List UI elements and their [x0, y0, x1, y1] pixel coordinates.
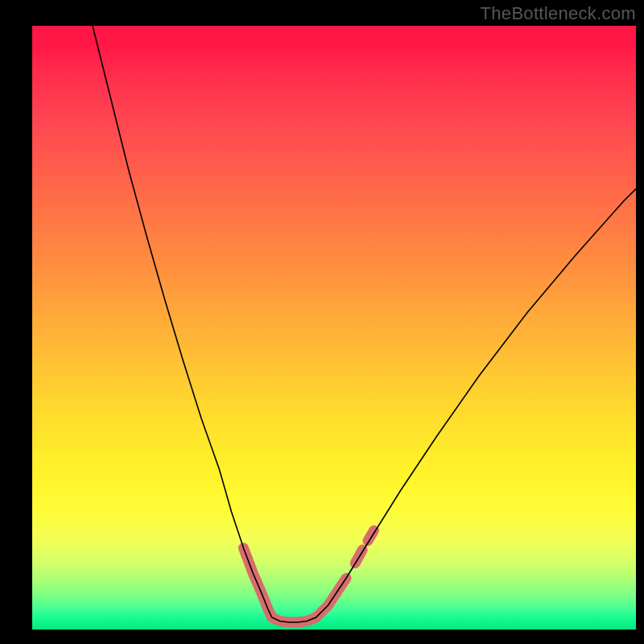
curve-layer	[32, 26, 636, 630]
bottleneck-curve	[93, 26, 636, 622]
chart-frame: TheBottleneck.com	[0, 0, 644, 644]
watermark-text: TheBottleneck.com	[481, 3, 636, 24]
plot-area	[32, 26, 636, 630]
